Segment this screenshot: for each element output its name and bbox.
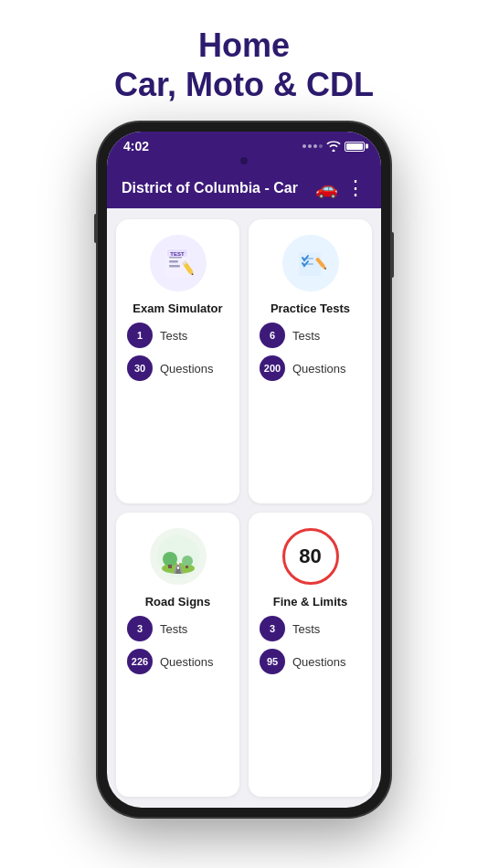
- practice-questions-badge: 200: [260, 355, 285, 381]
- exam-simulator-card[interactable]: TEST Exam Simulator 1: [116, 219, 239, 503]
- status-bar: 4:02: [107, 132, 381, 157]
- fine-questions-badge: 95: [260, 649, 285, 674]
- status-time: 4:02: [123, 139, 149, 153]
- practice-tests-label: Practice Tests: [260, 302, 361, 315]
- fine-tests-label: Tests: [292, 622, 320, 636]
- page-header: Home Car, Moto & CDL: [114, 0, 374, 122]
- practice-questions-label: Questions: [292, 362, 346, 376]
- more-menu-button[interactable]: ⋮: [345, 178, 366, 198]
- wifi-icon: [326, 141, 341, 152]
- practice-tests-card[interactable]: Practice Tests 6 Tests 200 Questions: [249, 219, 372, 503]
- fine-limits-label: Fine & Limits: [260, 595, 361, 609]
- exam-stat-tests: 1 Tests: [127, 323, 228, 348]
- road-signs-icon-area: [127, 525, 228, 587]
- road-signs-icon: [150, 528, 207, 585]
- signal-icon: [302, 144, 323, 148]
- svg-text:TEST: TEST: [170, 251, 185, 257]
- fine-limits-card[interactable]: 80 Fine & Limits 3 Tests 95 Questions: [249, 513, 372, 797]
- practice-tests-icon-area: [260, 232, 361, 294]
- fine-stat-questions: 95 Questions: [260, 649, 361, 674]
- road-questions-badge: 226: [127, 649, 153, 674]
- battery-icon: [345, 142, 365, 152]
- fine-limits-icon: 80: [282, 528, 339, 585]
- svg-rect-2: [169, 260, 178, 263]
- exam-tests-badge: 1: [127, 323, 153, 348]
- road-questions-label: Questions: [160, 655, 214, 669]
- practice-stat-tests: 6 Tests: [260, 323, 361, 348]
- exam-questions-badge: 30: [127, 355, 153, 381]
- svg-rect-19: [168, 565, 172, 568]
- svg-point-20: [182, 556, 193, 566]
- fine-tests-badge: 3: [260, 616, 285, 641]
- title-line2: Car, Moto & CDL: [114, 66, 374, 103]
- fine-limits-icon-area: 80: [260, 525, 361, 587]
- svg-rect-23: [177, 562, 179, 565]
- road-stat-questions: 226 Questions: [127, 649, 228, 674]
- exam-simulator-icon: TEST: [150, 235, 207, 291]
- phone-screen: 4:02: [107, 132, 381, 808]
- svg-point-18: [163, 552, 177, 566]
- road-stat-tests: 3 Tests: [127, 616, 228, 641]
- phone-frame: 4:02: [98, 122, 390, 817]
- fine-stat-tests: 3 Tests: [260, 616, 361, 641]
- camera-dot: [240, 157, 248, 164]
- app-bar-title: District of Columbia - Car: [122, 180, 308, 196]
- practice-stat-questions: 200 Questions: [260, 355, 361, 381]
- page-title: Home Car, Moto & CDL: [114, 26, 374, 104]
- svg-rect-22: [177, 566, 179, 569]
- status-icons: [302, 141, 365, 152]
- fine-questions-label: Questions: [292, 655, 346, 669]
- main-grid: TEST Exam Simulator 1: [107, 208, 381, 808]
- exam-questions-label: Questions: [160, 362, 214, 376]
- road-tests-label: Tests: [160, 622, 187, 636]
- exam-stat-questions: 30 Questions: [127, 355, 228, 381]
- exam-simulator-label: Exam Simulator: [127, 302, 228, 315]
- svg-rect-21: [186, 566, 188, 568]
- car-icon: 🚗: [315, 177, 338, 199]
- exam-tests-label: Tests: [160, 329, 187, 343]
- camera-notch: [107, 157, 381, 168]
- practice-tests-icon: [282, 235, 339, 291]
- speed-limit-number: 80: [299, 545, 321, 568]
- svg-rect-3: [169, 265, 180, 268]
- practice-tests-label-stat: Tests: [292, 329, 320, 343]
- title-line1: Home: [198, 26, 290, 64]
- road-tests-badge: 3: [127, 616, 153, 641]
- app-bar: District of Columbia - Car 🚗 ⋮: [107, 168, 381, 208]
- practice-tests-badge: 6: [260, 323, 285, 348]
- exam-simulator-icon-area: TEST: [127, 232, 228, 294]
- road-signs-card[interactable]: Road Signs 3 Tests 226 Questions: [116, 513, 239, 797]
- road-signs-label: Road Signs: [127, 595, 228, 609]
